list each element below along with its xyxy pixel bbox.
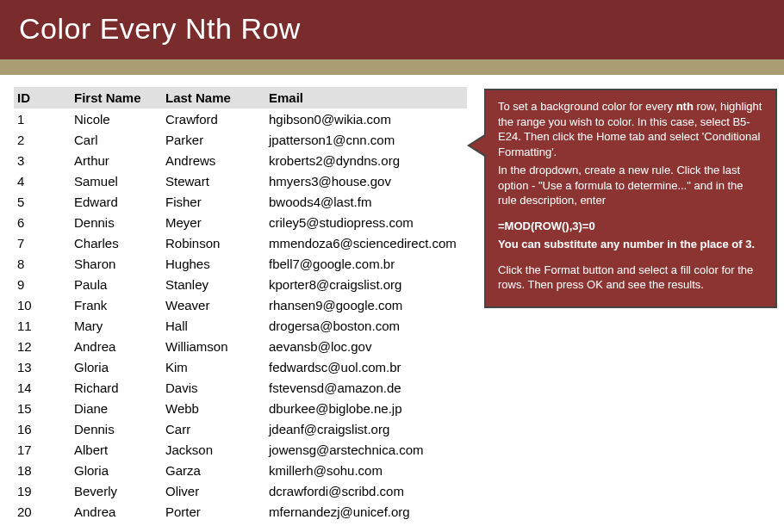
cell-first: Andrea [71, 336, 162, 356]
cell-email: fedwardsc@uol.com.br [265, 356, 467, 377]
cell-first: Edward [71, 191, 162, 212]
cell-first: Paula [71, 274, 162, 294]
table-header-row: ID First Name Last Name Email [14, 87, 467, 108]
table-row: 11MaryHalldrogersa@boston.com [14, 315, 467, 336]
callout-text: To set a background color for every [498, 100, 676, 113]
table-row: 12AndreaWilliamsonaevansb@loc.gov [14, 336, 467, 356]
cell-email: jpatterson1@cnn.com [265, 129, 467, 150]
table-row: 10FrankWeaverrhansen9@google.com [14, 294, 467, 315]
cell-last: Robinson [162, 232, 265, 253]
table-row: 15DianeWebbdburkee@biglobe.ne.jp [14, 398, 467, 418]
cell-first: Richard [71, 377, 162, 398]
cell-last: Hughes [162, 253, 265, 274]
page-header: Color Every Nth Row [0, 0, 784, 59]
callout-container: To set a background color for every nth … [484, 87, 777, 522]
cell-id: 9 [14, 274, 71, 294]
cell-first: Frank [71, 294, 162, 315]
cell-id: 17 [14, 439, 71, 460]
cell-email: dburkee@biglobe.ne.jp [265, 398, 467, 418]
cell-email: jdeanf@craigslist.org [265, 418, 467, 439]
table-row: 3ArthurAndrewskroberts2@dyndns.org [14, 150, 467, 170]
cell-last: Webb [162, 398, 265, 418]
cell-email: kporter8@craigslist.org [265, 274, 467, 294]
cell-first: Samuel [71, 170, 162, 191]
cell-email: mfernandezj@unicef.org [265, 501, 467, 522]
cell-first: Dennis [71, 212, 162, 232]
cell-email: rhansen9@google.com [265, 294, 467, 315]
callout-formula: =MOD(ROW(),3)=0 [498, 219, 763, 234]
cell-last: Crawford [162, 108, 265, 129]
cell-email: kroberts2@dyndns.org [265, 150, 467, 170]
cell-last: Parker [162, 129, 265, 150]
cell-id: 16 [14, 418, 71, 439]
cell-id: 1 [14, 108, 71, 129]
cell-email: mmendoza6@sciencedirect.com [265, 232, 467, 253]
table-row: 17AlbertJacksonjowensg@arstechnica.com [14, 439, 467, 460]
data-table: ID First Name Last Name Email 1NicoleCra… [14, 87, 467, 522]
table-row: 5EdwardFisherbwoods4@last.fm [14, 191, 467, 212]
cell-id: 7 [14, 232, 71, 253]
header-last-name: Last Name [162, 87, 265, 108]
cell-id: 19 [14, 480, 71, 501]
cell-last: Stanley [162, 274, 265, 294]
cell-first: Gloria [71, 460, 162, 480]
table-row: 18GloriaGarzakmillerh@sohu.com [14, 460, 467, 480]
cell-id: 15 [14, 398, 71, 418]
header-email: Email [265, 87, 467, 108]
cell-id: 5 [14, 191, 71, 212]
header-accent-bar [0, 59, 784, 75]
cell-id: 14 [14, 377, 71, 398]
cell-email: fstevensd@amazon.de [265, 377, 467, 398]
table-row: 1NicoleCrawfordhgibson0@wikia.com [14, 108, 467, 129]
cell-id: 2 [14, 129, 71, 150]
cell-last: Davis [162, 377, 265, 398]
cell-first: Beverly [71, 480, 162, 501]
instruction-callout: To set a background color for every nth … [484, 89, 777, 308]
cell-id: 13 [14, 356, 71, 377]
cell-last: Williamson [162, 336, 265, 356]
callout-paragraph-1: To set a background color for every nth … [498, 99, 763, 159]
cell-email: hmyers3@house.gov [265, 170, 467, 191]
cell-first: Albert [71, 439, 162, 460]
cell-email: dcrawfordi@scribd.com [265, 480, 467, 501]
page-title: Color Every Nth Row [19, 12, 301, 45]
cell-last: Kim [162, 356, 265, 377]
cell-last: Weaver [162, 294, 265, 315]
callout-arrow-icon [467, 133, 486, 158]
table-row: 7CharlesRobinsonmmendoza6@sciencedirect.… [14, 232, 467, 253]
cell-first: Andrea [71, 501, 162, 522]
cell-first: Sharon [71, 253, 162, 274]
cell-id: 11 [14, 315, 71, 336]
cell-last: Porter [162, 501, 265, 522]
table-row: 9PaulaStanleykporter8@craigslist.org [14, 274, 467, 294]
cell-id: 12 [14, 336, 71, 356]
content-area: ID First Name Last Name Email 1NicoleCra… [0, 75, 784, 522]
table-row: 8SharonHughesfbell7@google.com.br [14, 253, 467, 274]
cell-email: drogersa@boston.com [265, 315, 467, 336]
cell-id: 4 [14, 170, 71, 191]
cell-first: Charles [71, 232, 162, 253]
cell-email: jowensg@arstechnica.com [265, 439, 467, 460]
cell-last: Carr [162, 418, 265, 439]
table-row: 16DennisCarrjdeanf@craigslist.org [14, 418, 467, 439]
callout-paragraph-2: In the dropdown, create a new rule. Clic… [498, 163, 763, 208]
table-row: 4SamuelStewarthmyers3@house.gov [14, 170, 467, 191]
cell-email: criley5@studiopress.com [265, 212, 467, 232]
cell-first: Carl [71, 129, 162, 150]
cell-first: Dennis [71, 418, 162, 439]
data-table-container: ID First Name Last Name Email 1NicoleCra… [14, 87, 467, 522]
cell-first: Gloria [71, 356, 162, 377]
table-row: 6DennisMeyercriley5@studiopress.com [14, 212, 467, 232]
table-row: 19BeverlyOliverdcrawfordi@scribd.com [14, 480, 467, 501]
cell-first: Diane [71, 398, 162, 418]
cell-id: 8 [14, 253, 71, 274]
table-row: 20AndreaPortermfernandezj@unicef.org [14, 501, 467, 522]
cell-id: 3 [14, 150, 71, 170]
cell-email: hgibson0@wikia.com [265, 108, 467, 129]
header-id: ID [14, 87, 71, 108]
cell-first: Mary [71, 315, 162, 336]
callout-paragraph-3: Click the Format button and select a fil… [498, 263, 763, 293]
header-first-name: First Name [71, 87, 162, 108]
cell-last: Oliver [162, 480, 265, 501]
cell-last: Andrews [162, 150, 265, 170]
